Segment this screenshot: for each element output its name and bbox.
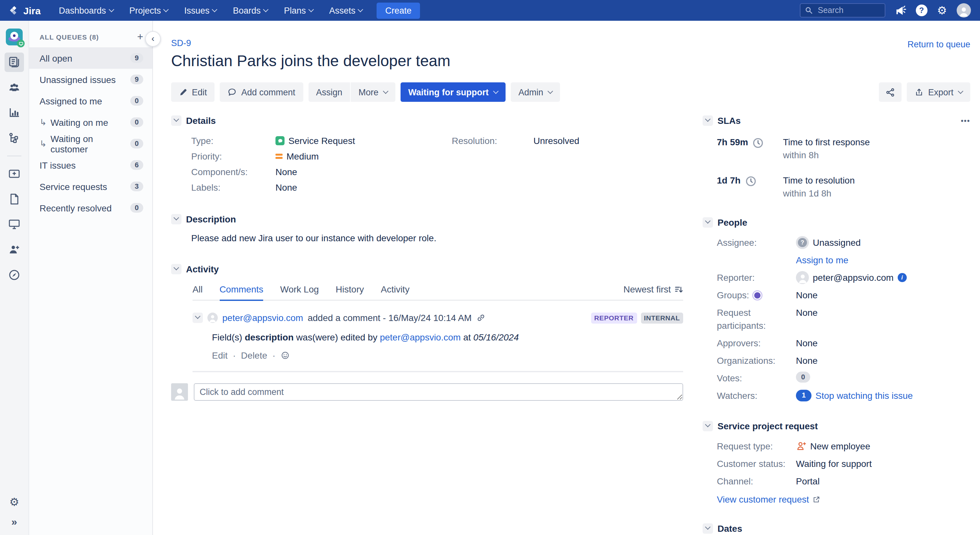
jira-app: Jira Dashboards Projects Issues Boards P…	[0, 0, 980, 535]
rail-bottom: ⚙ »	[10, 497, 19, 527]
rail-item-knowledge-base[interactable]	[5, 189, 24, 209]
rail-item-queues[interactable]	[5, 53, 24, 72]
queue-item-it-issues[interactable]: IT issues 6	[29, 154, 152, 176]
project-settings-gear-icon[interactable]: ⚙	[10, 497, 19, 508]
sla-time-remaining: 1d 7h	[717, 175, 740, 185]
jira-logo[interactable]: Jira	[9, 5, 40, 16]
expand-sidebar-icon[interactable]: »	[11, 517, 17, 527]
rail-item-reports[interactable]	[5, 103, 24, 123]
add-reaction-icon[interactable]	[281, 350, 290, 360]
queues-panel: ALL QUEUES (8) + All open 9 Unassigned i…	[29, 21, 153, 535]
help-icon[interactable]: ?	[916, 5, 928, 16]
more-button[interactable]: More	[351, 82, 395, 102]
rail-item-invite-team[interactable]	[5, 240, 24, 260]
nav-item-plans[interactable]: Plans	[284, 5, 313, 15]
priority-value: Medium	[275, 151, 452, 161]
request-participants-row: Request participants: None	[717, 306, 970, 332]
view-customer-request-link[interactable]: View customer request	[717, 494, 809, 505]
tab-activity[interactable]: Activity	[381, 284, 410, 299]
sla-row-first-response: 7h 59m Time to first response within 8h	[717, 137, 970, 160]
details-title: Details	[186, 115, 216, 126]
tab-all[interactable]: All	[192, 284, 202, 299]
info-icon[interactable]: i	[897, 273, 907, 282]
tab-work-log[interactable]: Work Log	[280, 284, 319, 299]
request-participants-label: Request participants:	[717, 306, 796, 332]
user-avatar[interactable]	[957, 3, 971, 18]
rail-item-discover[interactable]	[5, 265, 24, 285]
nav-item-boards[interactable]: Boards	[233, 5, 268, 15]
comment-body-author-link[interactable]: peter@appsvio.com	[380, 332, 460, 342]
collapse-dates-icon[interactable]	[703, 523, 713, 534]
groups-app-icon[interactable]	[754, 292, 760, 298]
comment-author-link[interactable]: peter@appsvio.com	[222, 313, 303, 323]
dates-title: Dates	[718, 523, 742, 534]
watchers-row: Watchers: 1 Stop watching this issue	[717, 389, 970, 402]
collapse-details-icon[interactable]	[171, 115, 181, 126]
create-button[interactable]: Create	[377, 2, 420, 19]
comment-actions: Edit · Delete ·	[212, 350, 683, 360]
rail-item-raise-request[interactable]	[5, 164, 24, 183]
collapse-comment-icon[interactable]	[192, 313, 203, 323]
rail-item-customers[interactable]	[5, 78, 24, 97]
queue-item-waiting-on-me[interactable]: ↳ Waiting on me 0	[29, 111, 152, 133]
assign-more-group: Assign More	[308, 82, 395, 102]
comment-delete-link[interactable]: Delete	[241, 350, 267, 360]
details-grid: Type: Service Request Resolution: Unreso…	[191, 135, 683, 193]
sort-order-control[interactable]: Newest first	[624, 284, 683, 299]
collapse-slas-icon[interactable]	[703, 115, 713, 126]
queue-item-waiting-on-customer[interactable]: ↳ Waiting on customer 0	[29, 133, 152, 154]
type-label: Type:	[191, 135, 275, 146]
queue-item-unassigned-issues[interactable]: Unassigned issues 9	[29, 69, 152, 90]
edit-button[interactable]: Edit	[171, 82, 215, 102]
add-comment-button[interactable]: Add comment	[220, 82, 303, 102]
collapse-service-request-icon[interactable]	[703, 421, 713, 431]
watchers-badge[interactable]: 1	[796, 390, 811, 401]
assignee-value: Unassigned	[813, 236, 861, 249]
queue-item-recently-resolved[interactable]: Recently resolved 0	[29, 197, 152, 218]
assign-to-me-link[interactable]: Assign to me	[796, 253, 848, 266]
sla-row-resolution: 1d 7h Time to resolution within 1d 8h	[717, 175, 970, 198]
collapse-panel-button[interactable]: ‹	[145, 31, 161, 47]
add-queue-icon[interactable]: +	[137, 32, 143, 42]
assignee-label: Assignee:	[717, 236, 796, 249]
permalink-icon[interactable]	[476, 314, 485, 323]
slas-more-icon[interactable]: •••	[961, 117, 970, 124]
nav-item-dashboards[interactable]: Dashboards	[59, 5, 113, 15]
queue-item-service-requests[interactable]: Service requests 3	[29, 176, 152, 197]
nav-item-assets[interactable]: Assets	[329, 5, 363, 15]
chevron-down-icon	[108, 7, 114, 12]
votes-badge: 0	[796, 372, 810, 383]
project-avatar[interactable]	[6, 29, 23, 45]
nav-item-issues[interactable]: Issues	[185, 5, 217, 15]
announcement-icon[interactable]	[895, 5, 906, 16]
assign-button[interactable]: Assign	[308, 82, 350, 102]
rail-item-workflows[interactable]	[5, 128, 24, 148]
collapse-activity-icon[interactable]	[171, 264, 181, 274]
export-button[interactable]: Export	[907, 82, 970, 102]
return-to-queue-link[interactable]: Return to queue	[907, 40, 970, 49]
search-input[interactable]	[817, 5, 880, 16]
queue-item-all-open[interactable]: All open 9	[29, 47, 152, 69]
admin-button[interactable]: Admin	[511, 82, 560, 102]
collapse-people-icon[interactable]	[703, 217, 713, 228]
collapse-description-icon[interactable]	[171, 214, 181, 225]
votes-label: Votes:	[717, 372, 796, 385]
tab-history[interactable]: History	[336, 284, 364, 299]
queue-item-assigned-to-me[interactable]: Assigned to me 0	[29, 90, 152, 111]
nav-item-projects[interactable]: Projects	[129, 5, 168, 15]
add-comment-textarea[interactable]	[194, 383, 683, 400]
tab-comments[interactable]: Comments	[220, 284, 263, 301]
status-button[interactable]: Waiting for support	[401, 82, 506, 102]
rail-item-channels[interactable]	[5, 215, 24, 234]
share-export-actions: Export	[879, 82, 970, 102]
share-button[interactable]	[879, 82, 902, 102]
issue-key-link[interactable]: SD-9	[171, 38, 560, 48]
search-box[interactable]	[800, 3, 885, 18]
queue-count-badge: 3	[130, 182, 143, 191]
resolution-value: Unresolved	[533, 135, 683, 146]
settings-gear-icon[interactable]: ⚙	[937, 5, 947, 16]
comment-edit-link[interactable]: Edit	[212, 350, 228, 360]
chevron-down-icon	[383, 89, 388, 94]
stop-watching-link[interactable]: Stop watching this issue	[815, 389, 913, 402]
request-type-label: Request type:	[717, 439, 796, 453]
